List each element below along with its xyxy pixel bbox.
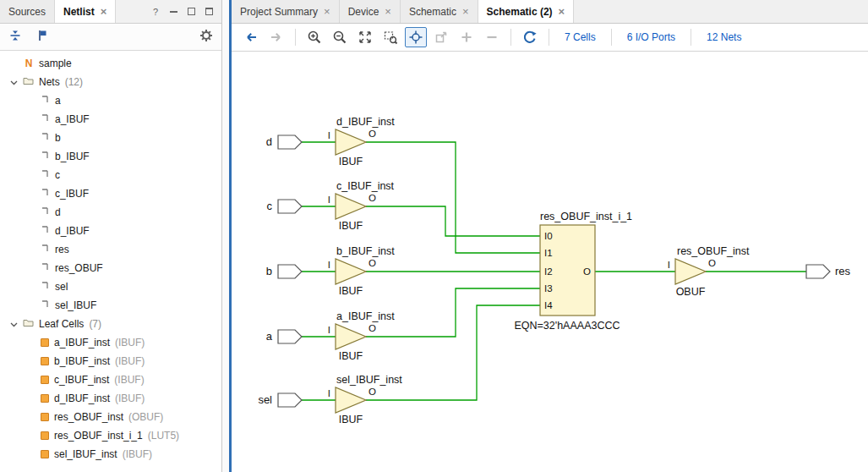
ibuf-cell-d[interactable] bbox=[336, 129, 366, 155]
cell-icon bbox=[41, 413, 49, 421]
tab-netlist[interactable]: Netlist × bbox=[55, 0, 116, 23]
chevron-down-icon[interactable] bbox=[10, 318, 18, 330]
tree-item-label: c_IBUF_inst bbox=[54, 374, 109, 386]
refresh-icon[interactable] bbox=[519, 27, 541, 47]
netlist-icon: N bbox=[24, 58, 34, 69]
close-icon[interactable]: × bbox=[385, 6, 391, 17]
input-port-sel[interactable] bbox=[278, 393, 302, 407]
pin-label: I bbox=[328, 388, 330, 398]
close-icon[interactable]: × bbox=[462, 6, 469, 17]
tree-item-label: sel bbox=[55, 281, 68, 293]
netlist-panel-tabbar: Sources Netlist × ? bbox=[0, 0, 221, 24]
cell-name-label: sel_IBUF_inst bbox=[336, 374, 402, 386]
tree-item-net[interactable]: a_IBUF bbox=[0, 110, 221, 129]
tree-item-leaf-cell[interactable]: c_IBUF_inst(IBUF) bbox=[0, 370, 221, 389]
tree-item-net[interactable]: sel_IBUF bbox=[0, 296, 221, 315]
tree-item-leaf-cell[interactable]: a_IBUF_inst(IBUF) bbox=[0, 333, 221, 352]
tree-item-label: b_IBUF bbox=[55, 151, 90, 162]
tree-item-label: a_IBUF_inst bbox=[54, 337, 110, 349]
port-label: c bbox=[267, 200, 273, 212]
zoom-out-icon[interactable] bbox=[329, 27, 351, 47]
close-icon[interactable]: × bbox=[559, 6, 565, 17]
tree-item-sample[interactable]: N sample bbox=[0, 54, 221, 73]
net-wire-c-ibuf[interactable] bbox=[366, 206, 540, 236]
input-port-b[interactable] bbox=[278, 265, 302, 278]
zoom-in-icon[interactable] bbox=[303, 27, 325, 47]
tree-item-net[interactable]: sel bbox=[0, 277, 221, 296]
zoom-fit-icon[interactable] bbox=[354, 27, 376, 47]
output-port-res[interactable] bbox=[806, 265, 830, 278]
tab-netlist-label: Netlist bbox=[63, 6, 95, 18]
zoom-selection-icon[interactable] bbox=[379, 27, 401, 47]
back-arrow-icon[interactable] bbox=[240, 27, 262, 47]
tree-item-net[interactable]: b_IBUF bbox=[0, 147, 221, 166]
cell-name-label: res_OBUF_inst bbox=[677, 245, 750, 257]
tree-item-label: a_IBUF bbox=[55, 113, 90, 125]
tree-item-leaf-cell[interactable]: res_OBUF_inst(OBUF) bbox=[0, 408, 221, 426]
tree-item-leaf-cell[interactable]: res_OBUF_inst_i_1(LUT5) bbox=[0, 426, 221, 445]
tab-label: Schematic bbox=[409, 6, 456, 18]
tree-item-net[interactable]: d bbox=[0, 203, 221, 222]
cell-icon bbox=[41, 376, 49, 384]
tree-item-label: d bbox=[55, 206, 61, 218]
minimize-icon[interactable] bbox=[168, 7, 178, 17]
close-icon[interactable]: × bbox=[324, 6, 330, 17]
help-icon[interactable]: ? bbox=[150, 7, 161, 17]
nets-count-link[interactable]: 12 Nets bbox=[699, 31, 749, 43]
netlist-toolbar bbox=[0, 24, 221, 51]
ibuf-cell-sel[interactable] bbox=[336, 387, 366, 413]
chevron-down-icon[interactable] bbox=[10, 76, 18, 88]
tab-device[interactable]: Device × bbox=[340, 0, 401, 23]
cell-name-label: a_IBUF_inst bbox=[336, 310, 395, 322]
tree-item-label: d_IBUF_inst bbox=[54, 392, 110, 404]
tree-item-net[interactable]: res bbox=[0, 240, 221, 259]
cell-type-label: (IBUF) bbox=[123, 448, 152, 460]
maximize-icon[interactable] bbox=[204, 7, 214, 17]
forward-arrow-icon[interactable] bbox=[265, 27, 287, 47]
tab-project-summary[interactable]: Project Summary × bbox=[232, 0, 340, 23]
collapse-all-icon[interactable] bbox=[8, 29, 22, 46]
tree-item-net[interactable]: b bbox=[0, 129, 221, 147]
tab-sources[interactable]: Sources bbox=[0, 0, 55, 23]
panel-divider[interactable] bbox=[222, 0, 229, 472]
close-icon[interactable]: × bbox=[101, 6, 107, 17]
expand-cone-icon[interactable] bbox=[430, 27, 452, 47]
pin-label: O bbox=[368, 193, 376, 203]
cell-type-label: IBUF bbox=[339, 350, 363, 362]
tree-item-leaf-cell[interactable]: d_IBUF_inst(IBUF) bbox=[0, 389, 221, 408]
cell-type-label: OBUF bbox=[676, 286, 706, 298]
tree-item-leaf-cell[interactable]: sel_IBUF_inst(IBUF) bbox=[0, 445, 221, 464]
add-icon[interactable] bbox=[456, 27, 478, 47]
input-port-d[interactable] bbox=[278, 135, 302, 149]
tree-item-leaf-cells-header[interactable]: Leaf Cells (7) bbox=[0, 315, 221, 333]
remove-icon[interactable] bbox=[481, 27, 503, 47]
tree-item-net[interactable]: c_IBUF bbox=[0, 184, 221, 203]
ibuf-cell-a[interactable] bbox=[336, 324, 366, 349]
net-icon bbox=[41, 151, 50, 162]
schematic-canvas[interactable]: d c b a sel d_IBUF_inst I O IBUF c_IBUF_… bbox=[232, 52, 868, 472]
io-ports-count-link[interactable]: 6 I/O Ports bbox=[620, 31, 683, 43]
autofit-selection-icon[interactable] bbox=[405, 27, 427, 47]
obuf-cell[interactable] bbox=[675, 259, 706, 284]
tree-item-net[interactable]: d_IBUF bbox=[0, 222, 221, 240]
flag-icon[interactable] bbox=[35, 29, 49, 46]
tab-schematic[interactable]: Schematic × bbox=[401, 0, 478, 23]
pin-label: O bbox=[583, 266, 591, 277]
float-icon[interactable] bbox=[186, 7, 196, 17]
cell-name-label: c_IBUF_inst bbox=[336, 180, 395, 192]
tree-item-net[interactable]: c bbox=[0, 166, 221, 184]
tree-item-nets-header[interactable]: Nets (12) bbox=[0, 73, 221, 91]
tree-item-label: res_OBUF bbox=[55, 262, 103, 274]
tree-item-net[interactable]: a bbox=[0, 91, 221, 110]
tab-schematic-2[interactable]: Schematic (2) × bbox=[478, 0, 575, 23]
tree-item-leaf-cell[interactable]: b_IBUF_inst(IBUF) bbox=[0, 352, 221, 370]
tree-item-label: b bbox=[55, 132, 61, 144]
ibuf-cell-c[interactable] bbox=[336, 194, 366, 219]
tree-item-net[interactable]: res_OBUF bbox=[0, 259, 221, 277]
input-port-a[interactable] bbox=[278, 330, 302, 343]
input-port-c[interactable] bbox=[278, 200, 302, 213]
pin-label: I bbox=[328, 130, 330, 140]
cells-count-link[interactable]: 7 Cells bbox=[557, 31, 603, 43]
settings-gear-icon[interactable] bbox=[199, 29, 213, 46]
ibuf-cell-b[interactable] bbox=[336, 259, 366, 284]
